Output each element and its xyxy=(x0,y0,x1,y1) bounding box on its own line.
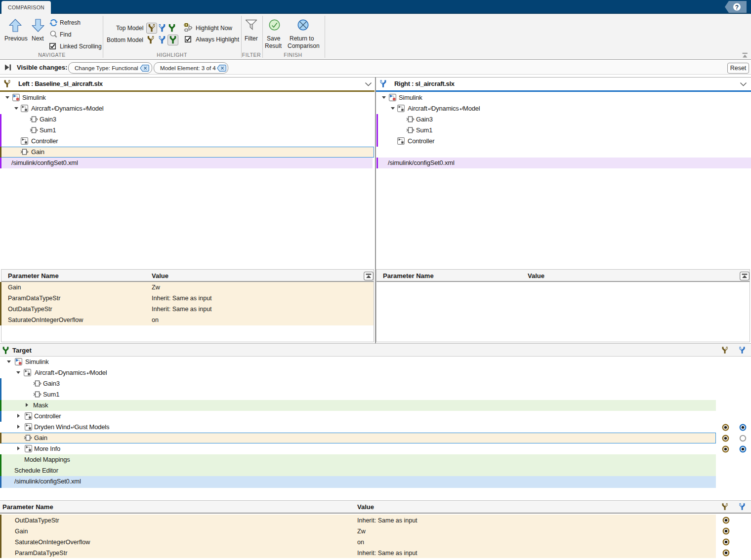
svg-text:?: ? xyxy=(735,4,739,11)
